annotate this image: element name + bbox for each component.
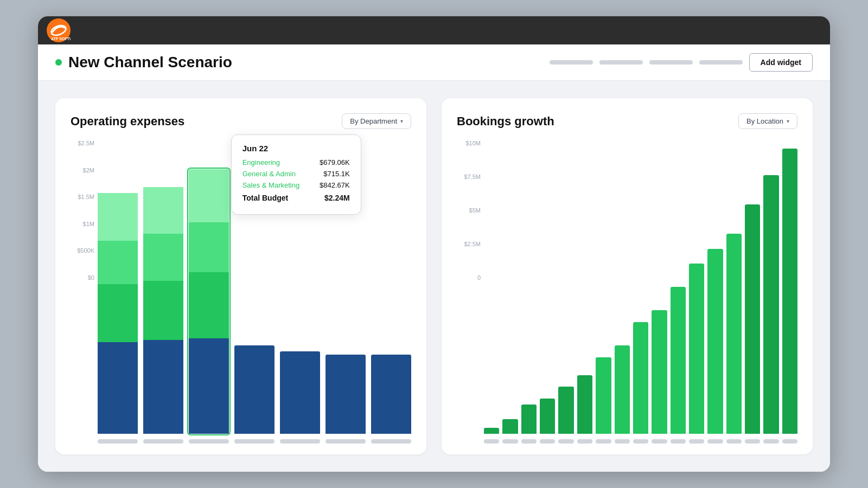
b-bar-5 (558, 387, 573, 434)
opex-chart-body: $2.5M $2M $1.5M $1M $500K $0 (71, 140, 411, 444)
opex-x-labels (98, 439, 411, 444)
tooltip-value-total: $2.24M (324, 194, 350, 202)
opex-card: Operating expenses By Department ▾ $2.5M… (55, 98, 426, 454)
bx-label-6 (577, 439, 592, 444)
y-label-2m: $2M (71, 167, 98, 174)
bookings-dropdown[interactable]: By Location ▾ (738, 113, 797, 129)
tooltip-label-engineering: Engineering (242, 158, 280, 166)
bar-group-1 (98, 140, 138, 434)
charts-area: Operating expenses By Department ▾ $2.5M… (38, 81, 830, 472)
bookings-chart-header: Bookings growth By Location ▾ (457, 113, 797, 129)
bx-label-5 (558, 439, 573, 444)
b-y-0: 0 (457, 274, 484, 281)
opex-chart-header: Operating expenses By Department ▾ (71, 113, 411, 129)
b-bar-7 (596, 357, 611, 434)
bx-label-3 (521, 439, 537, 444)
bx-label-11 (671, 439, 686, 444)
add-widget-button[interactable]: Add widget (749, 53, 813, 72)
status-dot (55, 59, 62, 66)
x-label-4 (234, 439, 275, 444)
logo-icon: ATP SOFTWARE (47, 18, 71, 42)
b-bar-13 (707, 249, 723, 434)
bookings-bars-row (484, 140, 797, 434)
nav-pill-4 (699, 60, 743, 65)
bx-label-10 (652, 439, 667, 444)
x-label-3 (189, 439, 229, 444)
x-label-1 (98, 439, 138, 444)
bx-label-15 (745, 439, 760, 444)
opex-title: Operating expenses (71, 114, 184, 129)
x-label-2 (143, 439, 183, 444)
b-y-25m: $2.5M (457, 241, 484, 247)
nav-pill-2 (599, 60, 643, 65)
main-content: New Channel Scenario Add widget Operatin… (38, 44, 830, 472)
tooltip-date: Jun 22 (242, 144, 350, 153)
chevron-down-icon: ▾ (400, 118, 403, 124)
b-bar-3 (521, 404, 537, 434)
x-label-6 (326, 439, 366, 444)
b-bar-17 (782, 149, 797, 434)
y-label-1500k: $1.5M (71, 194, 98, 200)
x-label-5 (280, 439, 320, 444)
opex-bars-row: Jun 22 Engineering $679.06K General & Ad… (98, 140, 411, 434)
header-bar: New Channel Scenario Add widget (38, 44, 830, 81)
bx-label-7 (596, 439, 611, 444)
b-bar-14 (726, 234, 742, 434)
bx-label-1 (484, 439, 499, 444)
x-label-7 (371, 439, 411, 444)
bx-label-4 (540, 439, 555, 444)
bx-label-13 (707, 439, 723, 444)
tooltip-value-general: $715.1K (323, 170, 349, 178)
tooltip-value-engineering: $679.06K (320, 158, 350, 166)
b-bar-2 (502, 419, 518, 434)
bookings-card: Bookings growth By Location ▾ $10M $7.5M… (442, 98, 813, 454)
b-y-5m: $5M (457, 207, 484, 214)
bar-tooltip: Jun 22 Engineering $679.06K General & Ad… (231, 134, 361, 215)
b-bar-6 (577, 375, 592, 434)
bar-group-3: Jun 22 Engineering $679.06K General & Ad… (189, 140, 229, 434)
bookings-bars-area (484, 140, 797, 444)
bar-group-2 (143, 140, 183, 434)
bx-label-9 (633, 439, 648, 444)
nav-pill-3 (649, 60, 693, 65)
bar-group-7 (371, 140, 411, 434)
opex-y-axis: $2.5M $2M $1.5M $1M $500K $0 (71, 140, 98, 281)
nav-pill-1 (550, 60, 593, 65)
opex-bars-area: Jun 22 Engineering $679.06K General & Ad… (98, 140, 411, 444)
b-bar-11 (671, 287, 686, 434)
tooltip-label-sales: Sales & Marketing (242, 181, 300, 189)
tooltip-row-sales: Sales & Marketing $842.67K (242, 181, 350, 189)
opex-dropdown-label: By Department (350, 117, 397, 125)
bookings-chevron-icon: ▾ (787, 118, 789, 124)
y-label-500k: $500K (71, 247, 98, 254)
browser-frame: ATP SOFTWARE New Channel Scenario Add wi… (38, 16, 830, 472)
b-bar-10 (652, 310, 667, 434)
page-title: New Channel Scenario (68, 54, 232, 71)
b-bar-16 (763, 175, 778, 434)
b-bar-8 (615, 345, 630, 434)
b-y-10m: $10M (457, 140, 484, 146)
bx-label-17 (782, 439, 797, 444)
tooltip-value-sales: $842.67K (320, 181, 350, 189)
bookings-dropdown-label: By Location (746, 117, 783, 125)
tooltip-label-general: General & Admin (242, 170, 296, 178)
b-bar-15 (745, 204, 760, 434)
tooltip-row-total: Total Budget $2.24M (242, 194, 350, 202)
top-bar: ATP SOFTWARE (38, 16, 830, 44)
header-right: Add widget (550, 53, 813, 72)
b-y-75m: $7.5M (457, 174, 484, 180)
y-label-2500k: $2.5M (71, 140, 98, 146)
y-label-1m: $1M (71, 221, 98, 227)
opex-dropdown[interactable]: By Department ▾ (342, 113, 411, 129)
bx-label-16 (763, 439, 778, 444)
logo-area: ATP SOFTWARE (47, 18, 71, 42)
bx-label-8 (615, 439, 630, 444)
tooltip-label-total: Total Budget (242, 194, 289, 202)
bookings-title: Bookings growth (457, 114, 554, 129)
header-left: New Channel Scenario (55, 54, 232, 71)
b-bar-4 (540, 399, 555, 434)
tooltip-row-engineering: Engineering $679.06K (242, 158, 350, 166)
bookings-chart-body: $10M $7.5M $5M $2.5M 0 (457, 140, 797, 444)
b-bar-9 (633, 322, 648, 434)
svg-text:ATP SOFTWARE: ATP SOFTWARE (51, 37, 71, 41)
